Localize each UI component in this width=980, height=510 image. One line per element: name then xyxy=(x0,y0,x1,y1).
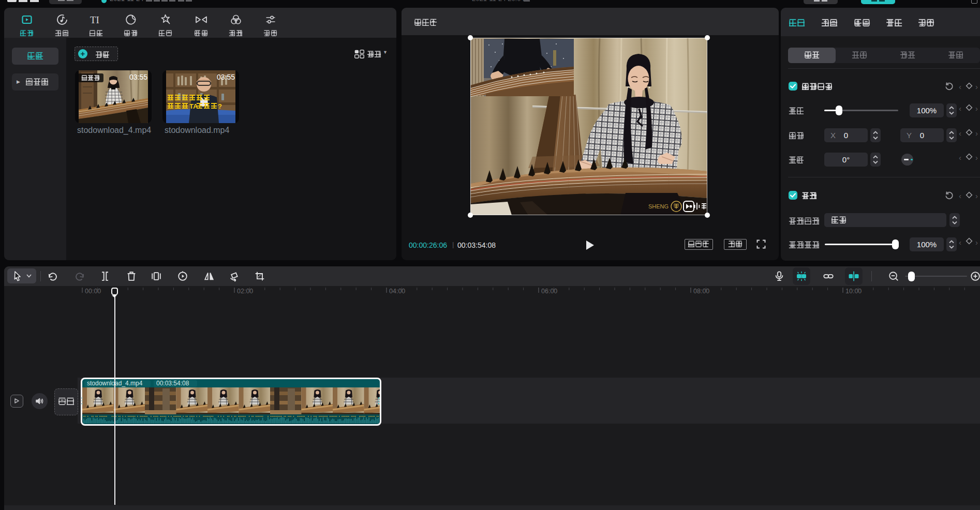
svg-text:08:00: 08:00 xyxy=(693,288,709,295)
svg-text:02:00: 02:00 xyxy=(237,288,253,295)
svg-text:10:00: 10:00 xyxy=(845,288,862,295)
svg-text:04:00: 04:00 xyxy=(389,288,405,295)
svg-text:TI: TI xyxy=(90,14,99,25)
svg-text:00:00: 00:00 xyxy=(85,288,101,295)
svg-text:?: ? xyxy=(218,102,222,110)
svg-text:TA: TA xyxy=(189,102,198,110)
svg-text:06:00: 06:00 xyxy=(541,288,557,295)
